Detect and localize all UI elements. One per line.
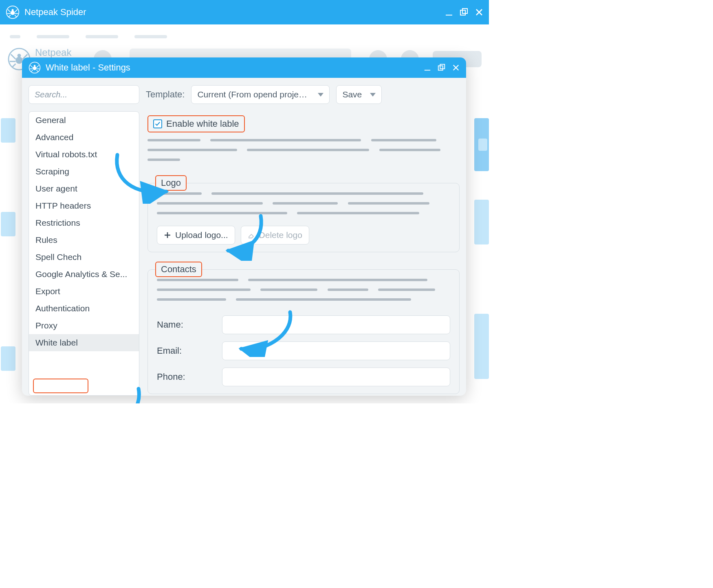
outer-window-title: Netpeak Spider: [24, 7, 86, 18]
settings-window-title: White label - Settings: [46, 62, 130, 73]
save-button[interactable]: Save: [336, 85, 382, 104]
sidebar-item-restrictions[interactable]: Restrictions: [29, 214, 139, 231]
email-field-label: Email:: [157, 346, 214, 356]
name-field-label: Name:: [157, 319, 214, 330]
placeholder-text: [147, 139, 460, 168]
sidebar-item-google-analytics[interactable]: Google Analytics & Se...: [29, 266, 139, 283]
enable-white-label-checkbox[interactable]: [153, 119, 162, 128]
svg-point-8: [18, 54, 21, 57]
sidebar-item-white-label[interactable]: White label: [29, 334, 139, 351]
svg-point-11: [34, 65, 36, 67]
svg-rect-14: [440, 64, 445, 69]
chevron-down-icon: [318, 93, 323, 97]
sidebar-item-advanced[interactable]: Advanced: [29, 129, 139, 146]
netpeak-spider-icon: [6, 5, 20, 19]
logo-section-title: Logo: [155, 175, 187, 191]
logo-section: Logo Upload logo...: [147, 183, 460, 252]
plus-icon: [164, 231, 171, 239]
maximize-icon[interactable]: [460, 8, 469, 17]
settings-sidebar: General Advanced Virtual robots.txt Scra…: [29, 111, 139, 396]
template-label: Template:: [146, 89, 185, 100]
svg-rect-12: [425, 70, 430, 70]
sidebar-item-user-agent[interactable]: User agent: [29, 180, 139, 197]
svg-point-1: [11, 11, 15, 15]
settings-toolbar: Template: Current (From opend proje… Sav…: [22, 78, 466, 111]
settings-maximize-icon[interactable]: [438, 64, 446, 72]
sidebar-item-scraping[interactable]: Scraping: [29, 163, 139, 180]
settings-window-icon: [29, 62, 41, 74]
svg-point-10: [33, 66, 37, 70]
save-label: Save: [342, 90, 362, 99]
annotation-highlight-sidebar: [33, 379, 88, 393]
name-input[interactable]: [222, 315, 450, 334]
placeholder-text: [157, 279, 450, 308]
phone-input[interactable]: [222, 368, 450, 386]
dim-logo-top: Netpeak: [35, 48, 76, 57]
settings-titlebar: White label - Settings: [22, 57, 466, 78]
sidebar-item-virtual-robots[interactable]: Virtual robots.txt: [29, 146, 139, 163]
sidebar-item-export[interactable]: Export: [29, 283, 139, 300]
template-dropdown[interactable]: Current (From opend proje…: [191, 85, 330, 104]
email-input[interactable]: [222, 341, 450, 360]
sidebar-item-general[interactable]: General: [29, 112, 139, 129]
svg-point-2: [11, 9, 13, 11]
contacts-section: Contacts Name:: [147, 269, 460, 394]
eraser-icon: [248, 231, 255, 239]
enable-white-label-box: Enable white lable: [147, 115, 245, 132]
contacts-section-title: Contacts: [155, 262, 202, 277]
phone-field-label: Phone:: [157, 372, 214, 382]
delete-logo-button[interactable]: Delete logo: [241, 226, 309, 244]
settings-window: White label - Settings Template: Current…: [22, 57, 466, 396]
settings-main-pane: Enable white lable Logo: [147, 111, 460, 396]
upload-logo-button[interactable]: Upload logo...: [157, 226, 235, 244]
sidebar-item-proxy[interactable]: Proxy: [29, 317, 139, 334]
search-input[interactable]: [29, 85, 139, 104]
settings-close-icon[interactable]: [452, 64, 460, 71]
chevron-down-icon: [370, 93, 376, 97]
sidebar-item-authentication[interactable]: Authentication: [29, 300, 139, 317]
svg-rect-3: [446, 15, 452, 15]
template-value: Current (From opend proje…: [197, 90, 307, 99]
settings-minimize-icon[interactable]: [424, 64, 431, 71]
sidebar-item-spell-check[interactable]: Spell Chech: [29, 249, 139, 266]
minimize-icon[interactable]: [445, 8, 453, 16]
sidebar-item-rules[interactable]: Rules: [29, 231, 139, 249]
placeholder-text: [157, 192, 450, 222]
close-icon[interactable]: [475, 8, 483, 16]
enable-white-label-label: Enable white lable: [166, 119, 239, 129]
upload-logo-label: Upload logo...: [175, 230, 228, 240]
sidebar-item-http-headers[interactable]: HTTP headers: [29, 197, 139, 214]
delete-logo-label: Delete logo: [259, 230, 302, 240]
outer-window-titlebar: Netpeak Spider: [0, 0, 489, 24]
